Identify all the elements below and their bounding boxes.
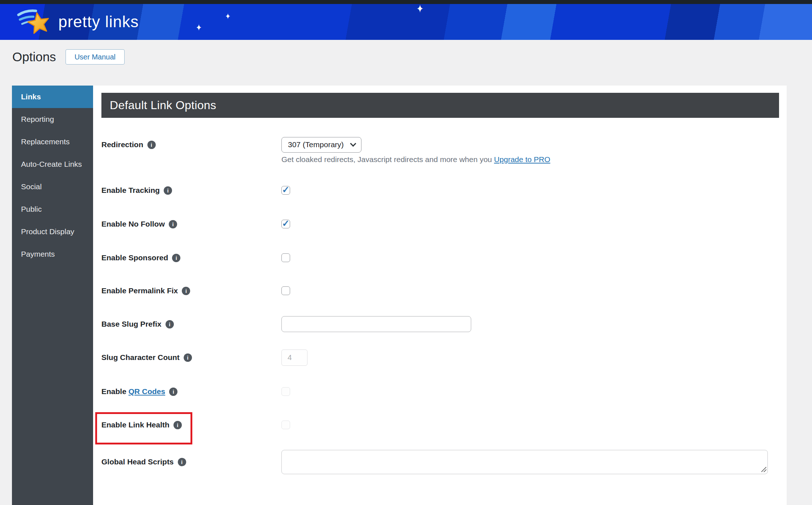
- global-head-scripts-label: Global Head Scripts: [101, 458, 174, 466]
- row-base-slug-prefix: Base Slug Prefix i: [101, 316, 768, 332]
- redirection-select[interactable]: 307 (Temporary): [281, 137, 361, 153]
- sparkle-icon: ✦: [225, 12, 230, 21]
- enable-tracking-label: Enable Tracking: [101, 186, 160, 195]
- enable-qr-codes-checkbox[interactable]: ✓: [281, 387, 290, 396]
- info-icon[interactable]: i: [164, 186, 172, 195]
- sidebar-item-links[interactable]: Links: [12, 86, 93, 108]
- info-icon[interactable]: i: [173, 421, 182, 429]
- enable-link-health-label: Enable Link Health: [101, 421, 169, 429]
- options-sidebar: Links Reporting Replacements Auto-Create…: [12, 86, 93, 505]
- info-icon[interactable]: i: [182, 287, 190, 295]
- info-icon[interactable]: i: [147, 141, 156, 149]
- logo-text: pretty links: [58, 13, 139, 31]
- upgrade-helper-text: Get cloaked redirects, Javascript redire…: [281, 155, 550, 164]
- enable-link-health-checkbox[interactable]: ✓: [281, 421, 290, 429]
- sidebar-item-replacements[interactable]: Replacements: [12, 131, 93, 153]
- page-head: Options User Manual: [12, 49, 125, 65]
- row-enable-permalink-fix: Enable Permalink Fix i ✓: [101, 282, 768, 299]
- chevron-down-icon: [350, 141, 356, 147]
- enable-tracking-checkbox[interactable]: ✓: [281, 186, 290, 195]
- info-icon[interactable]: i: [166, 320, 174, 328]
- upgrade-to-pro-link[interactable]: Upgrade to PRO: [494, 155, 550, 163]
- options-panel: Default Link Options Redirection i 307 (…: [93, 86, 787, 505]
- sparkle-icon: ✦: [196, 23, 202, 33]
- redirection-select-value: 307 (Temporary): [288, 140, 344, 149]
- page-title: Options: [12, 50, 56, 64]
- info-icon[interactable]: i: [169, 388, 177, 396]
- user-manual-button[interactable]: User Manual: [66, 49, 125, 65]
- sidebar-item-product-display[interactable]: Product Display: [12, 220, 93, 243]
- enable-permalink-fix-checkbox[interactable]: ✓: [281, 286, 290, 295]
- enable-no-follow-checkbox[interactable]: ✓: [281, 220, 290, 228]
- info-icon[interactable]: i: [184, 353, 192, 362]
- qr-codes-link[interactable]: QR Codes: [129, 387, 166, 396]
- sidebar-item-payments[interactable]: Payments: [12, 243, 93, 265]
- enable-permalink-fix-label: Enable Permalink Fix: [101, 286, 178, 295]
- slug-character-count-input[interactable]: [281, 349, 307, 366]
- checkmark-icon: ✓: [282, 219, 290, 228]
- row-enable-qr-codes: Enable QR Codes i ✓: [101, 383, 768, 400]
- panel-title: Default Link Options: [101, 99, 216, 112]
- row-redirection: Redirection i 307 (Temporary): [101, 136, 768, 153]
- sidebar-item-social[interactable]: Social: [12, 175, 93, 198]
- info-icon[interactable]: i: [172, 254, 180, 262]
- app-header: pretty links ✦ ✦ ✦: [0, 4, 812, 40]
- enable-sponsored-label: Enable Sponsored: [101, 253, 168, 262]
- row-enable-tracking: Enable Tracking i ✓: [101, 182, 768, 199]
- sidebar-item-reporting[interactable]: Reporting: [12, 108, 93, 131]
- redirection-label: Redirection: [101, 140, 143, 149]
- row-redirection-helper: Get cloaked redirects, Javascript redire…: [101, 155, 768, 166]
- global-head-scripts-textarea[interactable]: [281, 450, 768, 474]
- enable-sponsored-checkbox[interactable]: ✓: [281, 253, 290, 262]
- row-slug-character-count: Slug Character Count i: [101, 349, 768, 366]
- slug-character-count-label: Slug Character Count: [101, 353, 180, 362]
- sidebar-item-public[interactable]: Public: [12, 198, 93, 220]
- checkmark-icon: ✓: [282, 185, 290, 194]
- enable-no-follow-label: Enable No Follow: [101, 220, 165, 228]
- row-enable-link-health: Enable Link Health i ✓: [101, 417, 768, 433]
- info-icon[interactable]: i: [169, 220, 177, 228]
- resize-handle-icon[interactable]: [761, 467, 766, 472]
- pretty-links-logo: pretty links: [16, 7, 139, 37]
- base-slug-prefix-input[interactable]: [281, 316, 471, 332]
- top-admin-bar: [0, 0, 812, 4]
- row-global-head-scripts: Global Head Scripts i: [101, 450, 768, 474]
- panel-title-bar: Default Link Options: [101, 93, 779, 118]
- sidebar-item-auto-create-links[interactable]: Auto-Create Links: [12, 153, 93, 175]
- sparkle-icon: ✦: [417, 4, 423, 15]
- base-slug-prefix-label: Base Slug Prefix: [101, 320, 162, 328]
- row-enable-sponsored: Enable Sponsored i ✓: [101, 249, 768, 266]
- row-enable-no-follow: Enable No Follow i ✓: [101, 216, 768, 232]
- winged-star-logo-icon: [16, 7, 54, 37]
- info-icon[interactable]: i: [178, 458, 186, 466]
- enable-qr-codes-label: Enable QR Codes: [101, 387, 165, 396]
